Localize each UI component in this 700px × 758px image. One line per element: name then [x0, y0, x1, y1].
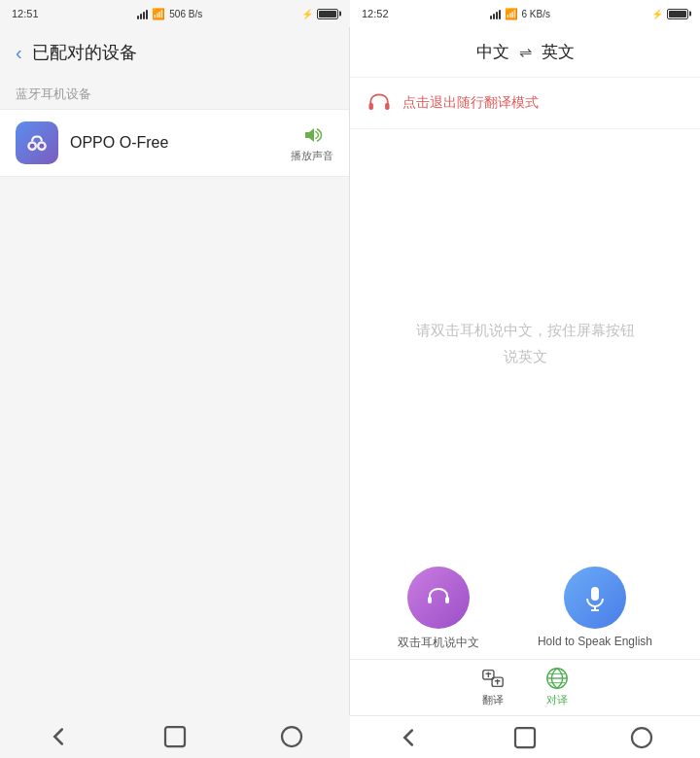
left-time: 12:51	[12, 8, 39, 19]
svg-rect-23	[515, 728, 535, 747]
nav-home-icon	[160, 722, 190, 751]
right-panel: 中文 ⇌ 英文 点击退出随行翻译模式 请双击耳机说中文，按住屏幕按钮 说英文	[350, 27, 700, 715]
left-battery-group: ⚡	[301, 9, 338, 19]
hold-speak-circle	[564, 567, 626, 629]
tab-dual-translate-label: 对译	[546, 693, 568, 707]
headphone-red-icon	[366, 89, 393, 117]
bluetooth-icon: ⚡	[301, 9, 313, 19]
left-status-bar: 12:51 📶 506 B/s ⚡	[0, 0, 350, 27]
right-nav-home-icon	[510, 723, 540, 752]
svg-point-2	[30, 144, 35, 149]
right-nav-back-icon	[394, 723, 423, 752]
left-header: ‹ 已配对的设备	[0, 27, 349, 78]
headphone-purple-icon	[423, 582, 454, 613]
right-header: 中文 ⇌ 英文	[350, 27, 700, 78]
hint-text: 请双击耳机说中文，按住屏幕按钮 说英文	[416, 317, 635, 369]
section-label: 蓝牙耳机设备	[0, 78, 349, 109]
battery-icon	[317, 9, 338, 19]
tab-translate-label: 翻译	[482, 693, 504, 707]
hold-speak-button[interactable]: Hold to Speak English	[538, 567, 652, 651]
nav-bars	[0, 715, 700, 758]
tab-dual-translate[interactable]: 对译	[544, 666, 570, 707]
svg-rect-6	[428, 597, 432, 603]
page-title: 已配对的设备	[32, 41, 137, 64]
left-nav-home[interactable]	[160, 722, 190, 751]
svg-rect-7	[445, 597, 449, 603]
lang-from: 中文	[476, 41, 509, 63]
status-bars: 12:51 📶 506 B/s ⚡ 12:52	[0, 0, 700, 27]
left-nav-recent[interactable]	[277, 722, 306, 751]
double-tap-label: 双击耳机说中文	[398, 635, 479, 651]
tab-translate[interactable]: 翻译	[480, 666, 506, 707]
translate-icon	[480, 666, 506, 691]
svg-point-3	[39, 144, 44, 149]
right-network-speed: 6 KB/s	[522, 9, 550, 19]
left-nav-bar	[0, 715, 350, 758]
right-status-icons: 📶 6 KB/s	[490, 8, 550, 20]
main-content: ‹ 已配对的设备 蓝牙耳机设备 OPPO O-Free	[0, 27, 700, 715]
right-signal-icon	[490, 8, 501, 19]
hint-line2: 说英文	[504, 348, 547, 364]
lang-to: 英文	[542, 41, 575, 63]
double-tap-circle	[407, 567, 470, 629]
right-nav-recent[interactable]	[627, 723, 656, 752]
volume-svg	[300, 123, 324, 147]
wifi-icon: 📶	[152, 8, 165, 20]
right-nav-home[interactable]	[510, 723, 540, 752]
svg-point-24	[632, 728, 651, 747]
dual-translate-icon	[544, 666, 570, 691]
svg-rect-21	[165, 727, 185, 746]
device-icon	[16, 121, 58, 164]
earphone-icon	[24, 130, 50, 155]
right-nav-recent-icon	[627, 723, 656, 752]
volume-button[interactable]: 播放声音	[291, 123, 333, 163]
double-tap-button[interactable]: 双击耳机说中文	[398, 567, 479, 651]
lang-swap-icon[interactable]: ⇌	[519, 43, 532, 61]
translate-notice[interactable]: 点击退出随行翻译模式	[350, 78, 700, 129]
translate-hint-area: 请双击耳机说中文，按住屏幕按钮 说英文	[350, 129, 700, 557]
device-name: OPPO O-Free	[70, 134, 291, 152]
back-button[interactable]: ‹	[16, 42, 22, 64]
hold-speak-label: Hold to Speak English	[538, 635, 652, 648]
svg-rect-5	[385, 103, 389, 110]
svg-rect-8	[591, 587, 599, 601]
left-network-speed: 506 B/s	[169, 9, 202, 19]
language-display: 中文 ⇌ 英文	[476, 41, 575, 63]
nav-back-icon	[44, 722, 73, 751]
nav-recent-icon	[277, 722, 306, 751]
bottom-tabs: 翻译 对译	[350, 659, 700, 715]
right-time: 12:52	[362, 8, 389, 19]
right-status-bar: 12:52 📶 6 KB/s ⚡	[350, 0, 700, 27]
right-nav-back[interactable]	[394, 723, 423, 752]
svg-rect-4	[369, 103, 373, 110]
volume-label: 播放声音	[291, 149, 333, 163]
right-battery-group: ⚡	[651, 9, 688, 19]
microphone-icon	[579, 582, 611, 613]
signal-icon	[137, 8, 148, 19]
left-panel: ‹ 已配对的设备 蓝牙耳机设备 OPPO O-Free	[0, 27, 350, 715]
notice-text: 点击退出随行翻译模式	[402, 94, 539, 112]
right-nav-bar	[350, 715, 700, 758]
device-item[interactable]: OPPO O-Free 播放声音	[0, 109, 349, 177]
svg-point-22	[282, 727, 301, 746]
left-nav-back[interactable]	[44, 722, 73, 751]
right-bluetooth-icon: ⚡	[651, 9, 663, 19]
right-battery-icon	[667, 9, 688, 19]
hint-line1: 请双击耳机说中文，按住屏幕按钮	[416, 322, 635, 338]
translate-buttons: 双击耳机说中文 Hold to Speak English	[350, 557, 700, 659]
left-status-icons: 📶 506 B/s	[137, 8, 202, 20]
right-wifi-icon: 📶	[505, 8, 518, 20]
